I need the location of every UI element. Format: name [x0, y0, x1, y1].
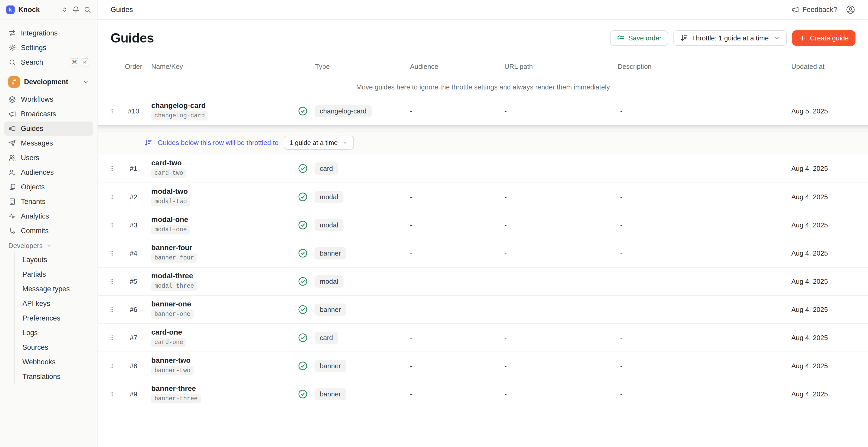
chevron-down-icon	[773, 35, 780, 41]
guide-description: -	[618, 278, 791, 286]
guide-table-row[interactable]: #5 modal-three modal-three modal -	[98, 267, 868, 295]
drag-handle-icon[interactable]	[108, 193, 122, 201]
sidebar-item-label: Logs	[23, 329, 38, 337]
sidebar-item-analytics[interactable]: Analytics	[4, 209, 93, 223]
drag-handle-icon[interactable]	[108, 306, 122, 314]
guide-type-badge: banner	[314, 360, 346, 372]
throttle-separator-label: Guides below this row will be throttled …	[158, 139, 279, 147]
drag-handle-icon[interactable]	[108, 249, 122, 257]
sort-descending-icon	[144, 138, 152, 147]
sidebar-item-tenants[interactable]: Tenants	[4, 195, 93, 209]
guide-url-path: -	[502, 193, 618, 201]
environment-switcher[interactable]: Development	[4, 74, 93, 89]
sidebar-item-translations[interactable]: Translations	[14, 369, 93, 384]
breadcrumb: Guides	[111, 6, 133, 14]
guide-audience: -	[407, 390, 502, 398]
guide-audience: -	[407, 193, 502, 201]
throttle-amount-select[interactable]: 1 guide at a time	[284, 136, 354, 150]
sidebar-item-preferences[interactable]: Preferences	[14, 311, 93, 325]
guide-description: -	[618, 165, 791, 173]
guide-table-row[interactable]: #3 modal-one modal-one modal - -	[98, 211, 868, 239]
guide-type-badge: banner	[314, 304, 346, 316]
column-header-name-key: Name/Key	[145, 63, 295, 71]
search-icon[interactable]	[84, 6, 91, 13]
sidebar-item-label: Preferences	[23, 314, 61, 322]
guide-table-row[interactable]: #9 banner-three banner-three banner -	[98, 380, 868, 408]
bell-icon[interactable]	[72, 6, 80, 13]
guide-table-row[interactable]: #1 card-two card-two card - -	[98, 154, 868, 183]
guide-name: banner-three	[151, 385, 196, 393]
sidebar-item-users[interactable]: Users	[4, 151, 93, 165]
drag-handle-icon[interactable]	[108, 107, 122, 115]
section-divider-shadow	[98, 125, 868, 131]
sidebar-item-logs[interactable]: Logs	[14, 325, 93, 340]
guide-name: banner-one	[151, 300, 191, 308]
drag-handle-icon[interactable]	[108, 362, 122, 370]
git-commit-icon	[8, 227, 16, 235]
sidebar-item-messages[interactable]: Messages	[4, 136, 93, 150]
save-order-label: Save order	[628, 34, 661, 42]
users-icon	[8, 154, 16, 162]
developers-section-toggle[interactable]: Developers	[4, 239, 93, 252]
sidebar-item-broadcasts[interactable]: Broadcasts	[4, 107, 93, 121]
check-circle-icon	[297, 360, 308, 371]
sidebar-item-settings[interactable]: Settings	[4, 41, 93, 55]
page-title: Guides	[111, 31, 154, 45]
guide-table-row[interactable]: #7 card-one card-one card - -	[98, 323, 868, 352]
workspace-switcher-icon[interactable]	[61, 6, 68, 13]
page-actions: Save order Throttle: 1 guide at a time	[610, 30, 856, 46]
create-guide-button[interactable]: Create guide	[792, 30, 856, 46]
sidebar-item-label: Integrations	[21, 29, 58, 37]
sidebar-item-layouts[interactable]: Layouts	[14, 252, 93, 267]
guide-updated-at: Aug 4, 2025	[791, 362, 856, 370]
sidebar-item-api-keys[interactable]: API keys	[14, 296, 93, 311]
sidebar-item-message-types[interactable]: Message types	[14, 282, 93, 296]
guide-order: #1	[122, 165, 145, 173]
sidebar-item-label: Message types	[23, 285, 70, 293]
throttle-dropdown-button[interactable]: Throttle: 1 guide at a time	[674, 30, 787, 46]
sidebar-item-objects[interactable]: Objects	[4, 180, 93, 194]
sidebar-item-sources[interactable]: Sources	[14, 340, 93, 355]
throttle-label: Throttle: 1 guide at a time	[692, 34, 769, 42]
guide-description: -	[618, 334, 791, 342]
throttle-amount-value: 1 guide at a time	[289, 139, 338, 147]
sidebar-item-partials[interactable]: Partials	[14, 267, 93, 282]
sidebar-item-guides[interactable]: Guides	[4, 122, 93, 136]
guide-table-row[interactable]: #2 modal-two modal-two modal - -	[98, 183, 868, 211]
guide-order: #2	[122, 193, 145, 201]
sidebar-item-label: Analytics	[21, 212, 49, 220]
sidebar-item-commits[interactable]: Commits	[4, 224, 93, 238]
guide-key-badge: modal-one	[151, 225, 190, 235]
sidebar-item-search[interactable]: Search ⌘ K	[4, 55, 93, 69]
drag-handle-icon[interactable]	[108, 390, 122, 398]
guide-updated-at: Aug 5, 2025	[791, 107, 856, 115]
guide-audience: -	[407, 107, 502, 115]
guide-table-row[interactable]: #6 banner-one banner-one banner - -	[98, 295, 868, 323]
workspace-name: Knock	[18, 6, 40, 14]
guide-name: modal-one	[151, 216, 188, 224]
sidebar-item-audiences[interactable]: Audiences	[4, 165, 93, 180]
drag-handle-icon[interactable]	[108, 278, 122, 285]
sidebar-item-label: Messages	[21, 139, 53, 147]
guide-table-row[interactable]: #10 changelog-card changelog-card change…	[98, 97, 868, 125]
pulse-icon	[8, 212, 16, 220]
sidebar-item-integrations[interactable]: Integrations	[4, 26, 93, 40]
sidebar-item-label: Guides	[21, 125, 43, 133]
user-circle-icon[interactable]	[845, 5, 856, 14]
drag-handle-icon[interactable]	[108, 165, 122, 172]
save-order-button[interactable]: Save order	[610, 30, 668, 46]
column-header-audience: Audience	[407, 63, 502, 71]
guide-table-row[interactable]: #8 banner-two banner-two banner - -	[98, 352, 868, 380]
guide-audience: -	[407, 334, 502, 342]
feedback-button[interactable]: Feedback?	[791, 6, 837, 14]
chevron-down-icon	[46, 243, 52, 249]
drag-handle-icon[interactable]	[108, 221, 122, 229]
drag-handle-icon[interactable]	[108, 334, 122, 342]
cmd-key-badge: ⌘	[70, 58, 79, 66]
sidebar: k Knock Integrations	[0, 0, 98, 447]
knock-logo: k	[6, 5, 14, 14]
sidebar-item-workflows[interactable]: Workflows	[4, 92, 93, 106]
sidebar-item-webhooks[interactable]: Webhooks	[14, 355, 93, 369]
guide-table-row[interactable]: #4 banner-four banner-four banner -	[98, 239, 868, 267]
guide-url-path: -	[502, 165, 618, 173]
